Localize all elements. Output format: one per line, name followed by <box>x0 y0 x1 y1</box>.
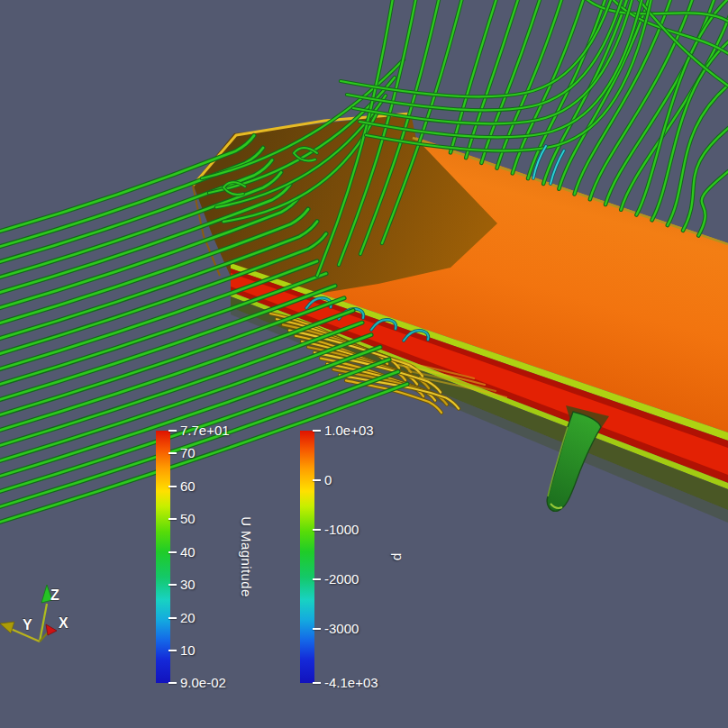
tick-label: 70 <box>180 445 196 461</box>
legend-title: U Magnitude <box>239 516 254 596</box>
tick-label: 20 <box>180 610 196 626</box>
tick-mark <box>313 682 321 684</box>
scene-3d[interactable]: Y Z X <box>0 0 728 728</box>
tick-mark <box>168 486 177 487</box>
tick-mark <box>313 628 321 630</box>
tick-mark <box>313 529 321 531</box>
axis-z-label: Z <box>50 587 59 603</box>
max-label: 1.0e+03 <box>324 423 374 439</box>
tick-label: 10 <box>180 642 196 659</box>
tick-label: -3000 <box>324 621 359 637</box>
axis-x-label: X <box>59 615 68 631</box>
tick-label: -1000 <box>324 522 359 538</box>
paraview-render-viewport[interactable]: Y Z X 7.7e+01706050403020109.0e-02U Magn… <box>0 0 728 728</box>
tick-mark <box>168 617 177 619</box>
tick-label: 30 <box>180 577 196 593</box>
tick-mark <box>168 452 177 454</box>
min-label: 9.0e-02 <box>180 675 226 691</box>
legend-title: p <box>391 553 406 561</box>
tick-mark <box>168 682 177 684</box>
tick-label: 50 <box>180 511 196 527</box>
min-label: -4.1e+03 <box>324 675 378 691</box>
axis-y-label: Y <box>23 617 32 632</box>
tick-label: 0 <box>324 472 332 488</box>
tick-mark <box>313 578 321 580</box>
tick-mark <box>168 650 177 651</box>
tick-label: 40 <box>180 544 196 560</box>
tick-label: -2000 <box>324 571 359 587</box>
colorbar-p[interactable] <box>300 431 314 683</box>
tick-mark <box>168 584 177 586</box>
tick-mark <box>168 551 177 553</box>
tick-mark <box>313 479 321 481</box>
max-label: 7.7e+01 <box>180 423 230 439</box>
tick-mark <box>168 430 177 432</box>
tick-mark <box>313 430 321 432</box>
colorbar-u-magnitude[interactable] <box>156 431 170 683</box>
tick-label: 60 <box>180 478 196 495</box>
tick-mark <box>168 518 177 520</box>
